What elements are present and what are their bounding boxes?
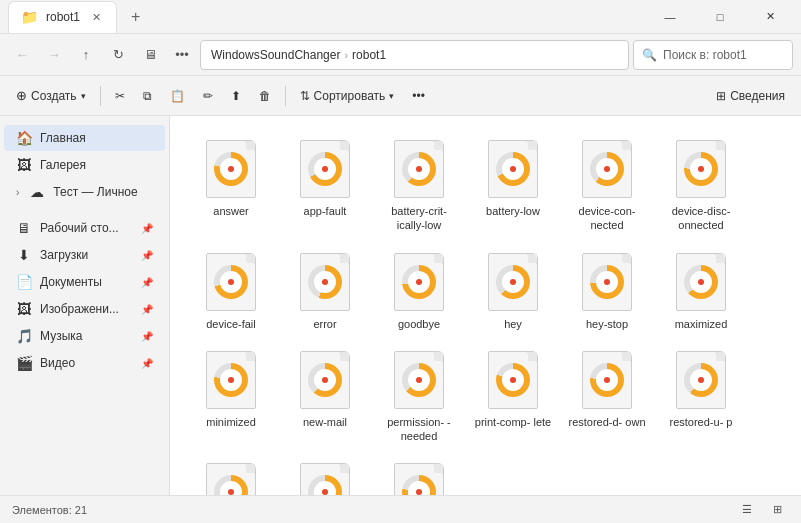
- list-item[interactable]: answer: [186, 132, 276, 241]
- music-badge: [590, 265, 624, 299]
- list-item[interactable]: print-comp- lete: [468, 343, 558, 452]
- toolbar-more-button[interactable]: •••: [404, 81, 433, 111]
- music-ring-outer: [308, 363, 342, 397]
- file-icon-wrapper: [297, 253, 353, 313]
- new-tab-button[interactable]: +: [123, 4, 148, 30]
- display-button[interactable]: 🖥: [136, 41, 164, 69]
- list-item[interactable]: hey: [468, 245, 558, 339]
- list-item[interactable]: hey-stop: [562, 245, 652, 339]
- list-item[interactable]: error: [280, 245, 370, 339]
- music-ring-inner: [596, 369, 618, 391]
- maximize-button[interactable]: □: [697, 0, 743, 34]
- sidebar-item-cloud[interactable]: › ☁ Тест — Личное: [4, 179, 165, 205]
- music-ring-inner: [220, 369, 242, 391]
- sidebar-downloads-label: Загрузки: [40, 248, 88, 262]
- expander-icon: ›: [16, 187, 19, 198]
- status-bar: Элементов: 21 ☰ ⊞: [0, 495, 801, 523]
- file-page: [488, 140, 538, 198]
- file-page: [676, 140, 726, 198]
- details-button[interactable]: ⊞ Сведения: [708, 81, 793, 111]
- music-ring-outer: [684, 265, 718, 299]
- close-button[interactable]: ✕: [747, 0, 793, 34]
- list-item[interactable]: windows-s- hutting-do- wn: [374, 455, 464, 495]
- list-item[interactable]: battery-low: [468, 132, 558, 241]
- list-item[interactable]: restored-d- own: [562, 343, 652, 452]
- list-item[interactable]: battery-crit-ically-low: [374, 132, 464, 241]
- file-page: [582, 351, 632, 409]
- music-badge: [496, 363, 530, 397]
- file-icon-wrapper: [297, 140, 353, 200]
- minimize-button[interactable]: —: [647, 0, 693, 34]
- rename-button[interactable]: ✏: [195, 81, 221, 111]
- forward-button[interactable]: →: [40, 41, 68, 69]
- sidebar-item-home[interactable]: 🏠 Главная: [4, 125, 165, 151]
- sidebar-item-downloads[interactable]: ⬇ Загрузки 📌: [4, 242, 165, 268]
- copy-button[interactable]: ⧉: [135, 81, 160, 111]
- file-page: [488, 253, 538, 311]
- list-item[interactable]: restored-u- p: [656, 343, 746, 452]
- breadcrumb[interactable]: WindowsSoundChanger › robot1: [200, 40, 629, 70]
- sort-chevron: ▾: [389, 91, 394, 101]
- file-icon-wrapper: [579, 351, 635, 411]
- list-item[interactable]: minimized: [186, 343, 276, 452]
- music-ring-inner: [408, 158, 430, 180]
- list-item[interactable]: device-con-nected: [562, 132, 652, 241]
- sidebar-item-images[interactable]: 🖼 Изображени... 📌: [4, 296, 165, 322]
- file-icon-wrapper: [579, 253, 635, 313]
- downloads-icon: ⬇: [16, 247, 32, 263]
- up-button[interactable]: ↑: [72, 41, 100, 69]
- music-ring-inner: [314, 481, 336, 495]
- active-tab[interactable]: 📁 robot1 ✕: [8, 1, 117, 33]
- cut-button[interactable]: ✂: [107, 81, 133, 111]
- file-page: [300, 463, 350, 495]
- sidebar-item-gallery[interactable]: 🖼 Галерея: [4, 152, 165, 178]
- sidebar-documents-label: Документы: [40, 275, 102, 289]
- more-nav-button[interactable]: •••: [168, 41, 196, 69]
- sidebar-item-documents[interactable]: 📄 Документы 📌: [4, 269, 165, 295]
- create-button[interactable]: ⊕ Создать ▾: [8, 81, 94, 111]
- file-page: [394, 351, 444, 409]
- list-item[interactable]: app-fault: [280, 132, 370, 241]
- sidebar-item-desktop[interactable]: 🖥 Рабочий сто... 📌: [4, 215, 165, 241]
- list-item[interactable]: permission- -needed: [374, 343, 464, 452]
- music-badge: [496, 152, 530, 186]
- sort-label: Сортировать: [314, 89, 386, 103]
- music-badge: [308, 475, 342, 495]
- music-ring-inner: [690, 369, 712, 391]
- pin-icon-3: 📌: [141, 277, 153, 288]
- search-bar[interactable]: 🔍 Поиск в: robot1: [633, 40, 793, 70]
- sidebar-music-label: Музыка: [40, 329, 82, 343]
- list-item[interactable]: maximized: [656, 245, 746, 339]
- list-item[interactable]: WELCOME: [280, 455, 370, 495]
- main-layout: 🏠 Главная 🖼 Галерея › ☁ Тест — Личное 🖥 …: [0, 116, 801, 495]
- file-name: app-fault: [304, 204, 347, 218]
- file-icon-wrapper: [579, 140, 635, 200]
- list-item[interactable]: theme-cha- nge: [186, 455, 276, 495]
- back-button[interactable]: ←: [8, 41, 36, 69]
- breadcrumb-sep1: ›: [344, 49, 348, 61]
- list-item[interactable]: goodbye: [374, 245, 464, 339]
- refresh-button[interactable]: ↻: [104, 41, 132, 69]
- tab-close-button[interactable]: ✕: [88, 9, 104, 25]
- list-view-button[interactable]: ☰: [735, 498, 759, 522]
- grid-view-button[interactable]: ⊞: [765, 498, 789, 522]
- list-item[interactable]: new-mail: [280, 343, 370, 452]
- list-item[interactable]: device-disc-onnected: [656, 132, 746, 241]
- music-ring-outer: [496, 152, 530, 186]
- sort-button[interactable]: ⇅ Сортировать ▾: [292, 81, 403, 111]
- delete-button[interactable]: 🗑: [251, 81, 279, 111]
- list-item[interactable]: device-fail: [186, 245, 276, 339]
- music-ring-outer: [590, 363, 624, 397]
- sidebar-item-music[interactable]: 🎵 Музыка 📌: [4, 323, 165, 349]
- music-ring-inner: [596, 158, 618, 180]
- music-ring-outer: [590, 152, 624, 186]
- music-ring-outer: [402, 152, 436, 186]
- paste-button[interactable]: 📋: [162, 81, 193, 111]
- file-icon-wrapper: [485, 253, 541, 313]
- music-ring-inner: [314, 271, 336, 293]
- music-dot: [322, 279, 328, 285]
- file-icon-wrapper: [485, 351, 541, 411]
- share-button[interactable]: ⬆: [223, 81, 249, 111]
- file-icon-wrapper: [203, 140, 259, 200]
- sidebar-item-video[interactable]: 🎬 Видео 📌: [4, 350, 165, 376]
